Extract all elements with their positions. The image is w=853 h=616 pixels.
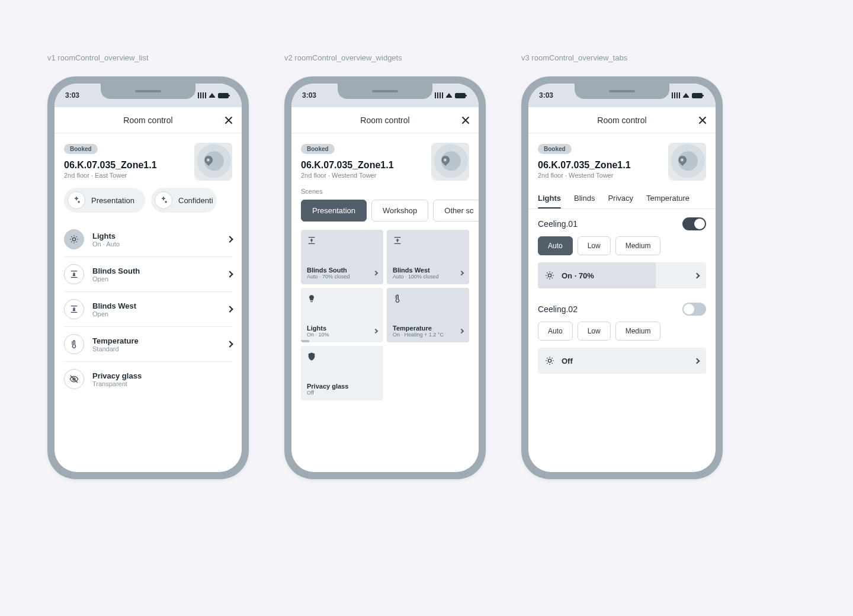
- light-status-row[interactable]: On · 70%: [538, 262, 706, 288]
- battery-icon: [218, 93, 229, 98]
- seg-medium[interactable]: Medium: [615, 322, 661, 341]
- widget-subtitle: Off: [307, 390, 348, 396]
- list-item-title: Blinds South: [92, 267, 219, 275]
- tab-temperature[interactable]: Temperature: [646, 188, 690, 208]
- scene-tab-other[interactable]: Other sc: [433, 200, 479, 222]
- seg-auto[interactable]: Auto: [538, 236, 573, 255]
- chevron-right-icon: [226, 341, 233, 347]
- chevron-right-icon: [373, 329, 378, 333]
- list-item-lights[interactable]: Lights On · Auto: [64, 222, 232, 257]
- blinds-icon: [307, 236, 379, 245]
- close-icon[interactable]: [698, 116, 707, 125]
- toggle-ceiling-02[interactable]: [682, 303, 706, 316]
- list-item-blinds-west[interactable]: Blinds West Open: [64, 292, 232, 327]
- chevron-right-icon: [694, 272, 700, 278]
- room-subtitle: 2nd floor · Westend Tower: [538, 172, 661, 179]
- chevron-right-icon: [373, 271, 378, 275]
- tab-privacy[interactable]: Privacy: [608, 188, 633, 208]
- seg-low[interactable]: Low: [578, 236, 611, 255]
- widget-blinds-west[interactable]: Blinds West Auto · 100% closed: [387, 230, 469, 284]
- scene-chip-presentation[interactable]: Presentation: [64, 188, 145, 213]
- variant-label-v2: v2 roomControl_overview_widgets: [284, 53, 486, 62]
- section-label-scenes: Scenes: [291, 188, 479, 200]
- status-icons: [198, 92, 229, 98]
- phone-notch: [575, 84, 669, 99]
- map-thumbnail[interactable]: [431, 143, 469, 181]
- list-item-privacy-glass[interactable]: Privacy glass Transparent: [64, 362, 232, 396]
- seg-low[interactable]: Low: [578, 322, 611, 341]
- chevron-right-icon: [459, 271, 464, 275]
- svg-point-2: [548, 274, 551, 277]
- wifi-icon: [445, 93, 453, 98]
- room-subtitle: 2nd floor · East Tower: [64, 172, 187, 179]
- signal-icon: [672, 92, 680, 98]
- scene-tab-workshop[interactable]: Workshop: [371, 200, 428, 222]
- svg-point-3: [548, 359, 551, 362]
- svg-point-0: [72, 238, 75, 240]
- widget-lights[interactable]: Lights On · 10%: [301, 288, 383, 342]
- phone-notch: [101, 84, 195, 99]
- eye-off-icon: [64, 369, 84, 389]
- sun-icon: [545, 271, 554, 280]
- status-icons: [672, 92, 703, 98]
- seg-medium[interactable]: Medium: [615, 236, 661, 255]
- close-icon[interactable]: [461, 116, 470, 125]
- room-name: 06.K.07.035_Zone1.1: [301, 160, 424, 171]
- map-thumbnail[interactable]: [194, 143, 232, 181]
- variant-label-v3: v3 roomControl_overview_tabs: [521, 53, 723, 62]
- page-title: Room control: [123, 116, 172, 125]
- scene-tab-presentation[interactable]: Presentation: [301, 200, 367, 222]
- widget-title: Lights: [307, 325, 329, 332]
- status-time: 3:03: [65, 91, 79, 100]
- chevron-right-icon: [226, 271, 233, 277]
- light-group-title: Ceeling.02: [538, 304, 578, 314]
- widget-subtitle: Auto · 70% closed: [307, 274, 350, 280]
- status-time: 3:03: [302, 91, 316, 100]
- map-pin-icon: [676, 154, 688, 166]
- tab-lights[interactable]: Lights: [538, 188, 561, 208]
- page-title: Room control: [597, 116, 646, 125]
- close-icon[interactable]: [224, 116, 233, 125]
- widget-blinds-south[interactable]: Blinds South Auto · 70% closed: [301, 230, 383, 284]
- variant-label-v1: v1 roomControl_overview_list: [47, 53, 249, 62]
- widget-title: Privacy glass: [307, 383, 348, 390]
- light-status-row[interactable]: Off: [538, 348, 706, 374]
- chevron-right-icon: [459, 329, 464, 333]
- phone-frame: 3:03 Room control Booked 06.K.: [284, 76, 486, 479]
- toggle-ceiling-01[interactable]: [682, 217, 706, 230]
- list-item-subtitle: Standard: [92, 345, 219, 352]
- battery-icon: [692, 93, 703, 98]
- light-status-text: On · 70%: [562, 271, 688, 280]
- list-item-subtitle: Transparent: [92, 380, 232, 387]
- blinds-icon: [64, 264, 84, 284]
- page-title: Room control: [360, 116, 409, 125]
- list-item-subtitle: Open: [92, 275, 219, 283]
- map-thumbnail[interactable]: [668, 143, 706, 181]
- chevron-right-icon: [226, 236, 233, 242]
- scene-chip-confidential[interactable]: Confidenti: [151, 188, 217, 213]
- tab-blinds[interactable]: Blinds: [574, 188, 595, 208]
- widget-subtitle: On · Heating + 1.2 °C: [393, 332, 444, 338]
- seg-auto[interactable]: Auto: [538, 322, 573, 341]
- bulb-icon: [307, 294, 379, 303]
- sparkle-icon: [155, 191, 172, 209]
- signal-icon: [435, 92, 443, 98]
- blinds-icon: [393, 236, 464, 245]
- sun-icon: [545, 356, 554, 365]
- widget-title: Blinds South: [307, 267, 350, 274]
- scene-chip-label: Presentation: [91, 196, 134, 205]
- light-group-title: Ceeling.01: [538, 219, 578, 229]
- status-badge: Booked: [301, 144, 335, 154]
- room-name: 06.K.07.035_Zone1.1: [538, 160, 661, 171]
- widget-subtitle: Auto · 100% closed: [393, 274, 439, 280]
- list-item-temperature[interactable]: Temperature Standard: [64, 327, 232, 362]
- blinds-icon: [64, 299, 84, 319]
- widget-title: Blinds West: [393, 267, 439, 274]
- widget-privacy-glass[interactable]: Privacy glass Off: [301, 346, 383, 400]
- thermometer-icon: [393, 294, 464, 303]
- list-item-blinds-south[interactable]: Blinds South Open: [64, 257, 232, 292]
- app-header: Room control: [54, 107, 242, 133]
- widget-temperature[interactable]: Temperature On · Heating + 1.2 °C: [387, 288, 469, 342]
- light-status-text: Off: [562, 357, 688, 365]
- map-pin-icon: [203, 154, 214, 166]
